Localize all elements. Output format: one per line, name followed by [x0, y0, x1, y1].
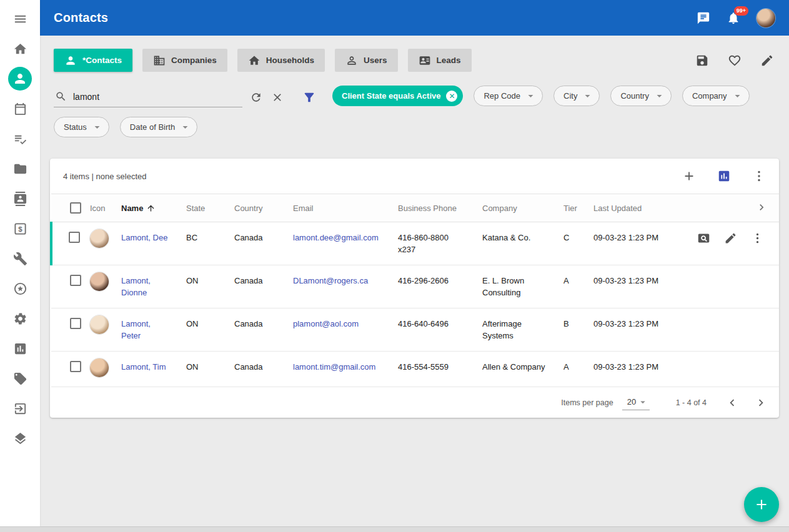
tab-companies[interactable]: Companies — [142, 49, 227, 72]
row-checkbox[interactable] — [70, 318, 81, 329]
add-column-button[interactable] — [682, 169, 696, 183]
add-contact-fab[interactable] — [744, 487, 779, 522]
filter-chip-date-of-birth[interactable]: Date of Birth — [120, 117, 197, 137]
sidebar-item-contacts[interactable] — [5, 64, 35, 94]
sidebar-item-layers[interactable] — [5, 423, 35, 453]
row-checkbox[interactable] — [69, 232, 80, 243]
sidebar-item-settings[interactable] — [5, 303, 35, 333]
contact-name-link[interactable]: Lamont, Tim — [121, 362, 166, 372]
user-menu-button[interactable] — [757, 9, 775, 27]
tab-contacts[interactable]: *Contacts — [54, 49, 132, 72]
next-page-button[interactable] — [754, 396, 768, 410]
chart-view-button[interactable] — [717, 169, 731, 183]
results-toolbar: 4 items | none selected — [50, 159, 779, 194]
sidebar-item-favorites[interactable] — [5, 273, 35, 303]
table-header-row: Icon Name State Country Email Business P… — [51, 194, 779, 222]
table-row[interactable]: Lamont, Tim ON Canada lamont.tim@gmail.c… — [51, 352, 779, 387]
cell-company: E. L. Brown Consulting — [482, 275, 551, 298]
contact-avatar — [90, 315, 109, 334]
remove-filter-icon[interactable]: ✕ — [446, 91, 457, 102]
row-more-button[interactable] — [751, 232, 764, 245]
chip-label: Date of Birth — [130, 122, 175, 132]
save-view-button[interactable] — [695, 54, 709, 67]
row-actions — [682, 232, 774, 245]
column-header-company[interactable]: Company — [482, 194, 563, 222]
tab-leads[interactable]: Leads — [408, 49, 472, 72]
column-header-phone[interactable]: Business Phone — [398, 194, 482, 222]
edit-contact-button[interactable] — [724, 232, 737, 245]
refresh-search-button[interactable] — [250, 91, 262, 104]
cell-country: Canada — [234, 265, 293, 308]
contact-email-link[interactable]: lamont.tim@gmail.com — [293, 362, 375, 372]
tab-label: Users — [364, 56, 387, 65]
row-checkbox[interactable] — [70, 361, 81, 372]
table-row[interactable]: Lamont, Dionne ON Canada DLamont@rogers.… — [51, 265, 779, 308]
sidebar-item-reports[interactable] — [5, 333, 35, 363]
search-box — [54, 91, 242, 107]
contact-email-link[interactable]: plamont@aol.com — [293, 319, 359, 328]
filter-chip-city[interactable]: City — [553, 86, 600, 106]
more-options-button[interactable] — [752, 169, 766, 183]
select-all-checkbox[interactable] — [70, 202, 81, 214]
menu-button[interactable] — [5, 4, 35, 34]
cell-updated: 09-03-23 1:23 PM — [593, 265, 682, 308]
column-header-updated[interactable]: Last Updated — [593, 194, 682, 222]
column-header-country[interactable]: Country — [234, 194, 293, 222]
column-header-email[interactable]: Email — [293, 194, 398, 222]
filter-chip-company[interactable]: Company — [682, 86, 750, 106]
previous-page-button[interactable] — [725, 396, 739, 410]
sidebar-item-contact-cards[interactable] — [5, 184, 35, 214]
search-input[interactable] — [73, 92, 242, 102]
contact-name-link[interactable]: Lamont, Dionne — [121, 276, 151, 297]
building-icon — [153, 54, 166, 67]
filter-chips-row2: Status Date of Birth — [40, 107, 789, 137]
chevron-down-icon — [582, 90, 593, 102]
filter-chip-status[interactable]: Status — [54, 117, 109, 137]
table-row[interactable]: Lamont, Peter ON Canada plamont@aol.com … — [51, 308, 779, 352]
sidebar-item-tools[interactable] — [5, 244, 35, 273]
expand-columns-icon[interactable] — [755, 201, 768, 214]
sidebar-item-billing[interactable]: $ — [5, 214, 35, 244]
column-header-state[interactable]: State — [186, 194, 234, 222]
sidebar-item-home[interactable] — [5, 34, 35, 64]
sidebar-item-logout[interactable] — [5, 393, 35, 423]
chat-button[interactable] — [697, 11, 710, 25]
sidebar-item-calendar[interactable] — [5, 94, 35, 124]
column-header-tier[interactable]: Tier — [563, 194, 593, 222]
contact-name-link[interactable]: Lamont, Dee — [121, 233, 167, 242]
cell-country: Canada — [234, 222, 293, 265]
chevron-down-icon — [91, 121, 103, 133]
applied-filter-chip[interactable]: Client State equals Active ✕ — [332, 86, 463, 106]
cell-tier: B — [563, 308, 593, 352]
page-size-select[interactable]: 20 — [622, 395, 650, 410]
favorite-view-button[interactable] — [728, 54, 742, 67]
contacts-table: Icon Name State Country Email Business P… — [50, 194, 779, 387]
contact-email-link[interactable]: DLamont@rogers.ca — [293, 276, 368, 285]
clear-search-button[interactable] — [271, 91, 284, 104]
row-checkbox[interactable] — [70, 275, 81, 286]
edit-view-button[interactable] — [760, 54, 774, 67]
window-bottom-edge — [0, 526, 789, 532]
sidebar-item-documents[interactable] — [5, 154, 35, 184]
table-row[interactable]: Lamont, Dee BC Canada lamont.dee@gmail.c… — [51, 222, 779, 265]
range-label: 1 - 4 of 4 — [676, 398, 707, 407]
preview-contact-button[interactable] — [697, 232, 710, 245]
refresh-icon — [250, 91, 262, 104]
invoice-icon: $ — [13, 222, 27, 236]
column-header-name[interactable]: Name — [121, 194, 186, 222]
pagination-bar: Items per page 20 1 - 4 of 4 — [50, 387, 779, 418]
sidebar-item-tags[interactable] — [5, 363, 35, 393]
cell-company: Katana & Co. — [482, 232, 551, 244]
notifications-button[interactable]: 99+ — [727, 11, 740, 25]
layers-icon — [13, 431, 27, 446]
sidebar-item-tasks[interactable] — [5, 124, 35, 154]
filter-button[interactable] — [302, 91, 316, 107]
filter-chip-rep-code[interactable]: Rep Code — [474, 86, 543, 106]
contact-email-link[interactable]: lamont.dee@gmail.com — [293, 233, 379, 242]
filter-chip-country[interactable]: Country — [610, 86, 672, 106]
contact-name-link[interactable]: Lamont, Peter — [121, 319, 151, 340]
tab-households[interactable]: Households — [237, 49, 325, 72]
cell-tier: A — [563, 265, 593, 308]
cell-phone: 416-860-8800 x237 — [398, 232, 460, 255]
tab-users[interactable]: Users — [335, 49, 398, 72]
